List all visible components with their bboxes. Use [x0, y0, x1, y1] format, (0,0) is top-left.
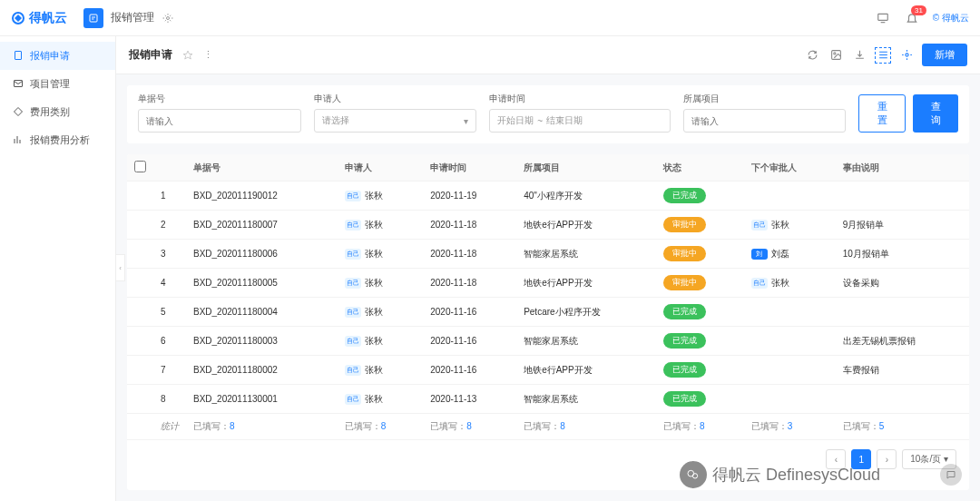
- brand-logo[interactable]: 得帆云: [11, 10, 67, 26]
- filter-bar: 单据号 申请人 请选择 ▾ 申请时间 开始日期 ~ 结束日期 所属项目: [127, 85, 969, 143]
- applicant-select[interactable]: 请选择 ▾: [314, 109, 477, 133]
- more-icon[interactable]: ⋮: [200, 47, 216, 64]
- svg-point-2: [167, 16, 170, 19]
- project-input[interactable]: [683, 109, 847, 133]
- reset-button[interactable]: 重置: [858, 94, 906, 133]
- chat-icon: [940, 464, 962, 486]
- col-applicant[interactable]: 申请人: [338, 154, 423, 182]
- sidebar-collapse-button[interactable]: ‹: [116, 254, 125, 281]
- table-row[interactable]: 4BXD_202011180005自己 张秋2020-11-18地铁e行APP开…: [127, 269, 969, 298]
- col-project[interactable]: 所属项目: [516, 154, 656, 182]
- date-end: 结束日期: [546, 114, 583, 127]
- sidebar-item-label: 费用类别: [30, 105, 70, 119]
- table-row[interactable]: 5BXD_202011180004自己 张秋2020-11-16Petcare小…: [127, 298, 969, 327]
- app-name: 报销管理: [111, 10, 154, 25]
- sidebar-item-label: 报销费用分析: [30, 133, 90, 147]
- tag-icon: [13, 106, 24, 118]
- table-header-row: 单据号 申请人 申请时间 所属项目 状态 下个审批人 事由说明: [127, 154, 969, 182]
- col-status[interactable]: 状态: [656, 154, 744, 182]
- select-placeholder: 请选择: [322, 114, 349, 127]
- sidebar-item-reimburse[interactable]: 报销申请: [0, 42, 115, 70]
- watermark-text: 得帆云 DefinesysCloud: [712, 464, 880, 486]
- chart-icon: [13, 134, 24, 146]
- app-icon[interactable]: [83, 8, 103, 28]
- svg-rect-1: [90, 15, 97, 22]
- svg-rect-3: [878, 14, 888, 20]
- svg-rect-4: [15, 52, 22, 60]
- data-table: 单据号 申请人 申请时间 所属项目 状态 下个审批人 事由说明 1BXD_202…: [127, 154, 969, 490]
- svg-point-10: [692, 474, 697, 478]
- summary-label: 统计: [153, 414, 186, 440]
- filter-label-formno: 单据号: [138, 93, 301, 105]
- settings-icon[interactable]: [898, 47, 915, 64]
- gear-icon[interactable]: [160, 10, 176, 26]
- sidebar: 报销申请 项目管理 费用类别 报销费用分析: [0, 36, 116, 501]
- col-formno[interactable]: 单据号: [186, 154, 338, 182]
- filter-label-applicant: 申请人: [314, 93, 477, 105]
- sidebar-item-category[interactable]: 费用类别: [0, 98, 115, 126]
- watermark: 得帆云 DefinesysCloud: [680, 461, 962, 488]
- col-approver[interactable]: 下个审批人: [744, 154, 836, 182]
- filter-label-project: 所属项目: [683, 93, 847, 105]
- table-row[interactable]: 8BXD_202011130001自己 张秋2020-11-13智能家居系统已完…: [127, 385, 969, 414]
- image-icon[interactable]: [828, 47, 844, 64]
- brand-name: 得帆云: [29, 10, 67, 26]
- table-row[interactable]: 1BXD_202011190012自己 张秋2020-11-1940"小程序开发…: [127, 182, 969, 211]
- chevron-down-icon: ▾: [464, 116, 468, 126]
- new-button[interactable]: 新增: [922, 44, 967, 66]
- svg-point-7: [833, 53, 835, 54]
- sidebar-item-label: 报销申请: [30, 49, 70, 63]
- select-all-checkbox[interactable]: [134, 161, 146, 172]
- notif-badge: 31: [911, 5, 926, 15]
- table-row[interactable]: 7BXD_202011180002自己 张秋2020-11-16地铁e行APP开…: [127, 356, 969, 385]
- date-start: 开始日期: [497, 114, 534, 127]
- star-icon[interactable]: [180, 47, 196, 64]
- summary-row: 统计 已填写：8已填写：8已填写：8已填写：8已填写：8已填写：3已填写：5: [127, 414, 969, 440]
- user-label[interactable]: © 得帆云: [933, 12, 969, 25]
- export-icon[interactable]: [851, 47, 867, 64]
- page-title: 报销申请: [129, 47, 172, 63]
- page-header: 报销申请 ⋮ 新增: [116, 36, 980, 74]
- file-icon: [13, 50, 24, 62]
- wechat-icon: [680, 461, 707, 488]
- top-bar: 得帆云 报销管理 31 © 得帆云: [0, 0, 980, 36]
- svg-point-8: [905, 54, 907, 56]
- col-date[interactable]: 申请时间: [423, 154, 516, 182]
- list-view-icon[interactable]: [875, 47, 891, 64]
- col-reason[interactable]: 事由说明: [836, 154, 969, 182]
- search-button[interactable]: 查询: [913, 94, 958, 133]
- bell-icon[interactable]: 31: [904, 10, 920, 26]
- mail-icon: [13, 78, 24, 90]
- date-range-input[interactable]: 开始日期 ~ 结束日期: [489, 109, 671, 133]
- form-no-input[interactable]: [138, 109, 301, 133]
- sidebar-item-analysis[interactable]: 报销费用分析: [0, 126, 115, 154]
- sidebar-item-project[interactable]: 项目管理: [0, 70, 115, 98]
- filter-label-applytime: 申请时间: [489, 93, 671, 105]
- monitor-icon[interactable]: [875, 10, 891, 26]
- sidebar-item-label: 项目管理: [30, 77, 70, 91]
- table-row[interactable]: 3BXD_202011180006自己 张秋2020-11-18智能家居系统审批…: [127, 240, 969, 269]
- table-row[interactable]: 2BXD_202011180007自己 张秋2020-11-18地铁e行APP开…: [127, 211, 969, 240]
- refresh-icon[interactable]: [804, 47, 820, 64]
- table-row[interactable]: 6BXD_202011180003自己 张秋2020-11-16智能家居系统已完…: [127, 327, 969, 356]
